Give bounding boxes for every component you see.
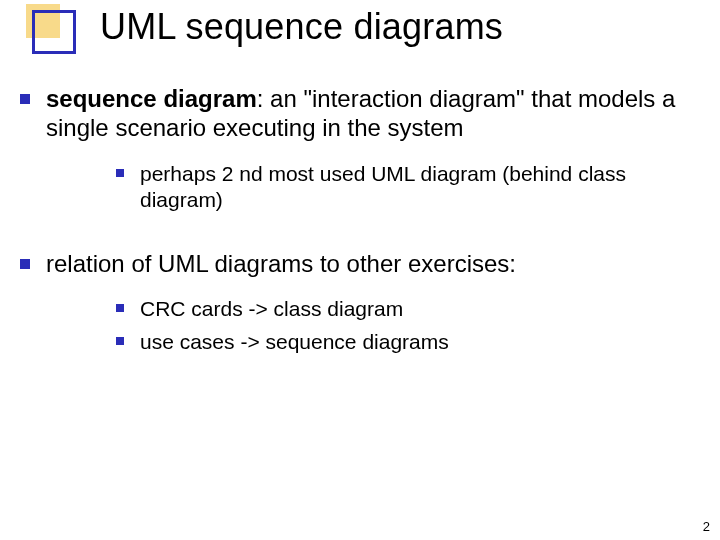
bullet-rest: relation of UML diagrams to other exerci… bbox=[46, 250, 516, 277]
title-row: UML sequence diagrams bbox=[0, 0, 720, 70]
sub-bullet-item: use cases -> sequence diagrams bbox=[116, 329, 700, 355]
slide-title: UML sequence diagrams bbox=[100, 6, 503, 48]
square-bullet-icon bbox=[20, 249, 46, 373]
sub-bullet-item: CRC cards -> class diagram bbox=[116, 296, 700, 322]
square-bullet-icon bbox=[116, 161, 140, 214]
sub-bullet-text: perhaps 2 nd most used UML diagram (behi… bbox=[140, 161, 700, 214]
sub-list: CRC cards -> class diagram use cases -> … bbox=[46, 296, 700, 355]
square-bullet-icon bbox=[116, 329, 140, 355]
sub-bullet-item: perhaps 2 nd most used UML diagram (behi… bbox=[116, 161, 700, 214]
bullet-item: sequence diagram: an "interaction diagra… bbox=[20, 84, 700, 231]
logo-icon bbox=[26, 4, 76, 54]
sub-bullet-text: use cases -> sequence diagrams bbox=[140, 329, 700, 355]
sub-list: perhaps 2 nd most used UML diagram (behi… bbox=[46, 161, 700, 214]
bullet-content: sequence diagram: an "interaction diagra… bbox=[46, 84, 700, 231]
slide-body: sequence diagram: an "interaction diagra… bbox=[0, 70, 720, 373]
sub-bullet-text: CRC cards -> class diagram bbox=[140, 296, 700, 322]
bullet-strong: sequence diagram bbox=[46, 85, 257, 112]
square-bullet-icon bbox=[20, 84, 46, 231]
bullet-item: relation of UML diagrams to other exerci… bbox=[20, 249, 700, 373]
page-number: 2 bbox=[703, 519, 710, 534]
slide: UML sequence diagrams sequence diagram: … bbox=[0, 0, 720, 540]
square-bullet-icon bbox=[116, 296, 140, 322]
bullet-content: relation of UML diagrams to other exerci… bbox=[46, 249, 700, 373]
